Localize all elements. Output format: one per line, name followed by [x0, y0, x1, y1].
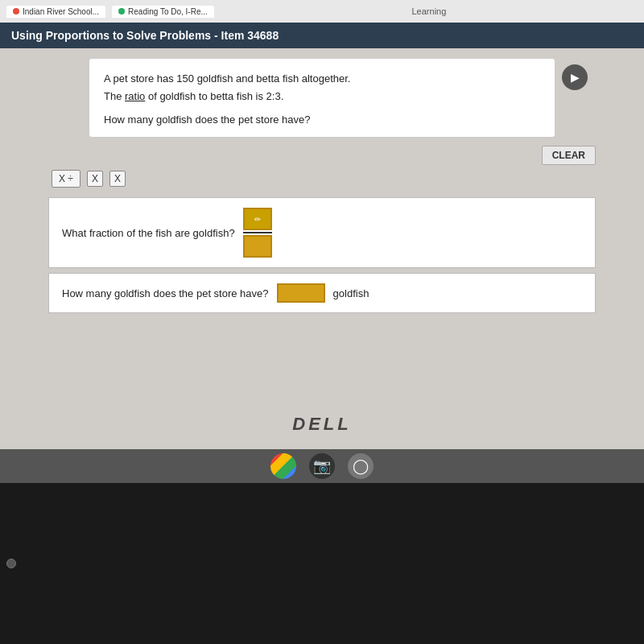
x-button-2[interactable]: X	[109, 171, 126, 187]
fraction-denominator[interactable]	[243, 235, 272, 258]
pencil-icon: ✏	[254, 215, 261, 224]
multiplier-label: X ÷	[59, 173, 73, 184]
chrome-icon[interactable]	[270, 453, 296, 479]
camera-icon[interactable]: 📷	[309, 453, 335, 479]
tab-indian-river[interactable]: Indian River School...	[6, 6, 105, 18]
problem-question: How many goldfish does the pet store hav…	[104, 114, 540, 126]
tab-label-2: Reading To Do, I-Re...	[128, 7, 208, 16]
answer-input-box[interactable]	[277, 283, 325, 303]
problem-text-line1: A pet store has 150 goldfish and betta f…	[104, 70, 540, 105]
browser-bar: Indian River School... Reading To Do, I-…	[0, 0, 644, 23]
question-text-1: What fraction of the fish are goldfish?	[62, 227, 235, 239]
question-row-1: What fraction of the fish are goldfish? …	[48, 197, 596, 268]
tab-dot-red	[13, 8, 19, 14]
clear-area: CLEAR	[48, 146, 596, 165]
tab-reading[interactable]: Reading To Do, I-Re...	[112, 6, 214, 18]
browser-center-label: Learning	[221, 6, 638, 16]
apps-icon[interactable]: ◯	[348, 453, 374, 479]
taskbar: 📷 ◯	[0, 449, 644, 483]
dell-watermark: DELL	[292, 414, 351, 435]
fraction-divider	[243, 232, 272, 233]
goldfish-suffix: goldfish	[333, 287, 369, 299]
question-section: What fraction of the fish are goldfish? …	[48, 197, 596, 313]
question-text-2: How many goldfish does the pet store hav…	[62, 287, 269, 299]
x-button-1[interactable]: X	[87, 171, 103, 187]
question-row-2: How many goldfish does the pet store hav…	[48, 273, 596, 313]
multiplier-box[interactable]: X ÷	[52, 170, 80, 188]
fraction-numerator[interactable]: ✏	[243, 208, 272, 230]
screen: Using Proportions to Solve Problems - It…	[0, 23, 644, 644]
speaker-button[interactable]: ▶	[562, 64, 588, 90]
multiplier-row: X ÷ X X	[48, 170, 596, 188]
problem-card: A pet store has 150 goldfish and betta f…	[89, 58, 555, 138]
keyboard-area	[0, 483, 644, 644]
clear-button[interactable]: CLEAR	[542, 146, 596, 165]
page-title: Using Proportions to Solve Problems - It…	[11, 29, 279, 42]
ratio-word: ratio	[125, 90, 145, 102]
fraction-input[interactable]: ✏	[243, 208, 272, 258]
power-indicator	[6, 559, 16, 568]
title-bar: Using Proportions to Solve Problems - It…	[0, 23, 644, 48]
tab-label-1: Indian River School...	[23, 7, 99, 16]
tab-dot-green	[118, 8, 125, 14]
content-area: A pet store has 150 goldfish and betta f…	[0, 48, 644, 483]
